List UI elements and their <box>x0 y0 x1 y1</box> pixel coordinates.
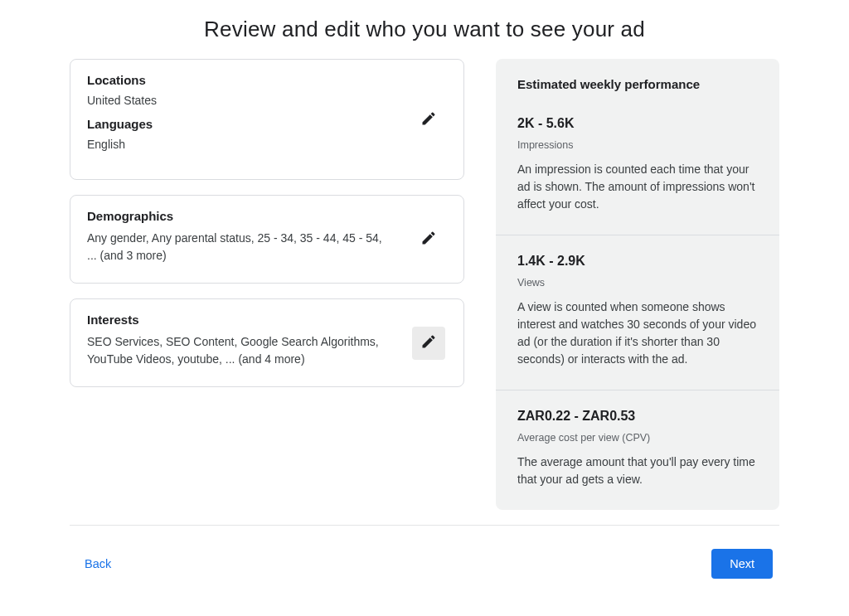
views-explain: A view is counted when someone shows int… <box>517 298 758 368</box>
cpv-label: Average cost per view (CPV) <box>517 432 758 444</box>
interests-value: SEO Services, SEO Content, Google Search… <box>87 333 447 368</box>
interests-heading: Interests <box>87 313 447 327</box>
impressions-metric: 2K - 5.6K Impressions An impression is c… <box>496 98 779 235</box>
locations-value: United States <box>87 94 447 107</box>
next-button[interactable]: Next <box>711 549 773 579</box>
locations-heading: Locations <box>87 73 447 87</box>
page-title: Review and edit who you want to see your… <box>0 17 849 42</box>
footer-bar: Back Next <box>0 526 849 604</box>
pencil-icon <box>420 110 437 129</box>
edit-locations-languages-button[interactable] <box>412 103 445 136</box>
locations-languages-card: Locations United States Languages Englis… <box>70 59 464 180</box>
languages-heading: Languages <box>87 117 447 131</box>
demographics-value: Any gender, Any parental status, 25 - 34… <box>87 230 447 264</box>
views-value: 1.4K - 2.9K <box>517 254 758 269</box>
pencil-icon <box>420 333 437 352</box>
views-metric: 1.4K - 2.9K Views A view is counted when… <box>496 235 779 390</box>
pencil-icon <box>420 230 437 249</box>
targeting-cards: Locations United States Languages Englis… <box>70 59 464 387</box>
impressions-value: 2K - 5.6K <box>517 116 758 131</box>
cpv-metric: ZAR0.22 - ZAR0.53 Average cost per view … <box>496 390 779 510</box>
impressions-label: Impressions <box>517 139 758 151</box>
edit-interests-button[interactable] <box>412 327 445 360</box>
back-button[interactable]: Back <box>76 551 119 577</box>
performance-heading: Estimated weekly performance <box>496 59 779 98</box>
cpv-explain: The average amount that you'll pay every… <box>517 454 758 488</box>
edit-demographics-button[interactable] <box>412 223 445 256</box>
languages-value: English <box>87 138 447 151</box>
interests-card: Interests SEO Services, SEO Content, Goo… <box>70 298 464 387</box>
views-label: Views <box>517 277 758 289</box>
impressions-explain: An impression is counted each time that … <box>517 161 758 213</box>
demographics-card: Demographics Any gender, Any parental st… <box>70 195 464 284</box>
demographics-heading: Demographics <box>87 209 447 223</box>
performance-panel: Estimated weekly performance 2K - 5.6K I… <box>496 59 779 510</box>
cpv-value: ZAR0.22 - ZAR0.53 <box>517 409 758 424</box>
